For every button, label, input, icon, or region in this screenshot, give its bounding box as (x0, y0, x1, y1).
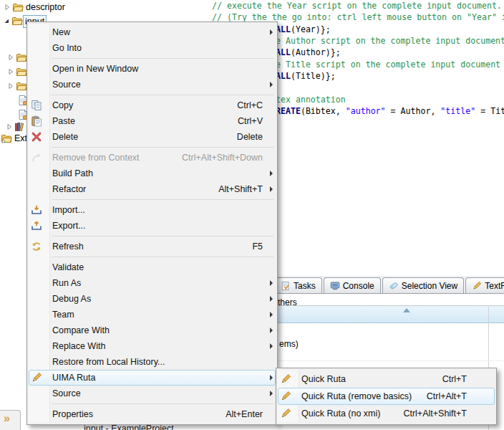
pencil-icon (31, 372, 42, 383)
twisty-collapsed-icon[interactable] (6, 123, 13, 130)
menu-icon-spacer (31, 340, 42, 352)
menu-item-label: Remove from Context (52, 153, 168, 163)
twisty-collapsed-icon[interactable] (7, 54, 14, 61)
menu-item-remove-from-context: Remove from ContextCtrl+Alt+Shift+Down (29, 150, 276, 166)
menu-item-import[interactable]: Import... (29, 202, 276, 218)
menu-item-shortcut: Ctrl+Alt+T (427, 391, 467, 401)
menu-item-replace-with[interactable]: Replace With (29, 338, 276, 354)
submenu-item-quick-ruta[interactable]: Quick RutaCtrl+T (278, 371, 495, 388)
tab-textruler[interactable]: TextRuler (465, 277, 504, 293)
menu-icon-spacer (31, 262, 42, 273)
submenu-arrow-icon (263, 171, 273, 176)
menu-item-open-in-new-window[interactable]: Open in New Window (29, 61, 276, 77)
menu-item-label: Restore from Local History... (52, 357, 263, 367)
minimized-view-corner[interactable]: » (0, 410, 21, 430)
twisty-expanded-icon[interactable] (3, 17, 10, 24)
menu-item-debug-as[interactable]: Debug As (29, 291, 276, 307)
menu-item-copy[interactable]: CopyCtrl+C (29, 97, 276, 113)
library-icon (14, 121, 26, 133)
remove-from-context-icon (31, 152, 42, 163)
code-line-8: tex annotation (276, 95, 346, 105)
submenu-arrow-icon (263, 391, 273, 396)
menu-item-paste[interactable]: PasteCtrl+V (29, 113, 276, 129)
menu-item-label: Debug As (52, 294, 263, 304)
menu-item-label: Delete (52, 132, 223, 142)
menu-item-source[interactable]: Source (29, 77, 276, 92)
menu-item-label: Team (52, 310, 263, 320)
menu-icon-spacer (31, 27, 42, 38)
menu-item-label: Refactor (52, 184, 204, 194)
tab-label: Tasks (294, 281, 316, 291)
submenu-arrow-icon (263, 312, 273, 317)
twisty-collapsed-icon[interactable] (7, 82, 14, 90)
menu-item-go-into[interactable]: Go Into (29, 40, 276, 56)
menu-item-validate[interactable]: Validate (29, 259, 276, 275)
menu-separator-4 (52, 199, 273, 200)
submenu-arrow-icon (263, 375, 273, 381)
menu-item-label: Open in New Window (52, 64, 263, 74)
menu-item-label: Source (52, 80, 263, 90)
folder-star-icon (1, 133, 12, 144)
menu-separator-3 (52, 147, 273, 148)
code-line-6: e Title script on the complete input doc… (276, 59, 500, 70)
submenu-arrow-icon (263, 296, 273, 302)
textruler-icon (472, 281, 482, 291)
tab-console[interactable]: Console (324, 277, 381, 293)
menu-icon-spacer (31, 79, 42, 90)
table-header[interactable]: Res (274, 305, 504, 323)
menu-item-label: Quick Ruta (no xmi) (301, 408, 389, 419)
menu-item-shortcut: Ctrl+Alt+Shift+T (403, 408, 467, 419)
menu-separator-6 (52, 257, 273, 257)
menu-icon-spacer (31, 325, 42, 336)
menu-item-properties[interactable]: PropertiesAlt+Enter (29, 406, 276, 422)
copy-icon (31, 100, 42, 111)
submenu-item-quick-ruta-remove-basics[interactable]: Quick Ruta (remove basics)Ctrl+Alt+T (278, 388, 495, 405)
folder-icon (16, 66, 27, 77)
menu-item-run-as[interactable]: Run As (29, 275, 276, 291)
menu-item-label: Validate (52, 262, 263, 272)
menu-icon-spacer (31, 63, 42, 75)
menu-icon-spacer (31, 42, 42, 54)
menu-icon-spacer (31, 388, 42, 399)
menu-item-label: Build Path (52, 168, 263, 178)
tab-selection-view[interactable]: Selection View (382, 277, 465, 293)
menu-item-uima-ruta[interactable]: UIMA Ruta (29, 370, 276, 386)
tab-tasks[interactable]: Tasks (274, 277, 322, 293)
menu-item-shortcut: Ctrl+T (442, 374, 467, 384)
refresh-icon (31, 241, 42, 252)
menu-item-refresh[interactable]: RefreshF5 (29, 239, 276, 254)
pencil-icon (280, 373, 291, 385)
menu-separator-7 (52, 403, 273, 404)
twisty-collapsed-icon[interactable] (4, 4, 11, 11)
menu-item-shortcut: Ctrl+Alt+Shift+Down (182, 153, 263, 163)
menu-item-refactor[interactable]: RefactorAlt+Shift+T (29, 181, 276, 197)
menu-item-label: Paste (52, 116, 223, 126)
menu-icon-spacer (31, 408, 42, 420)
menu-item-team[interactable]: Team (29, 307, 276, 322)
menu-item-label: New (52, 27, 263, 37)
code-line-4: e Author script on the complete input do… (276, 36, 504, 47)
eclipse-window: descriptorinputExt // execute the Year s… (0, 0, 504, 430)
menu-item-label: Run As (52, 278, 263, 288)
menu-item-restore-from-local-history[interactable]: Restore from Local History... (29, 354, 276, 370)
submenu-arrow-icon (263, 328, 273, 333)
menu-icon-spacer (31, 293, 42, 305)
menu-item-delete[interactable]: DeleteDelete (29, 129, 276, 145)
menu-item-shortcut: Delete (237, 132, 263, 142)
menu-icon-spacer (31, 309, 42, 320)
twisty-collapsed-icon[interactable] (7, 68, 14, 75)
table-row[interactable]: ems) (279, 339, 299, 349)
code-line-7: ALL(Title)}; (276, 71, 336, 82)
menu-item-label: UIMA Ruta (52, 373, 263, 383)
menu-item-source-2[interactable]: Source (29, 386, 276, 401)
menu-icon-spacer (31, 168, 42, 179)
menu-item-new[interactable]: New (29, 24, 276, 40)
tab-label: Selection View (402, 281, 458, 291)
menu-item-shortcut: Alt+Enter (226, 409, 263, 419)
console-icon (330, 281, 340, 291)
menu-item-export[interactable]: Export... (29, 218, 276, 234)
submenu-arrow-icon (263, 82, 273, 87)
menu-item-compare-with[interactable]: Compare With (29, 322, 276, 338)
menu-item-build-path[interactable]: Build Path (29, 166, 276, 181)
submenu-item-quick-ruta-no-xmi[interactable]: Quick Ruta (no xmi)Ctrl+Alt+Shift+T (278, 405, 495, 422)
